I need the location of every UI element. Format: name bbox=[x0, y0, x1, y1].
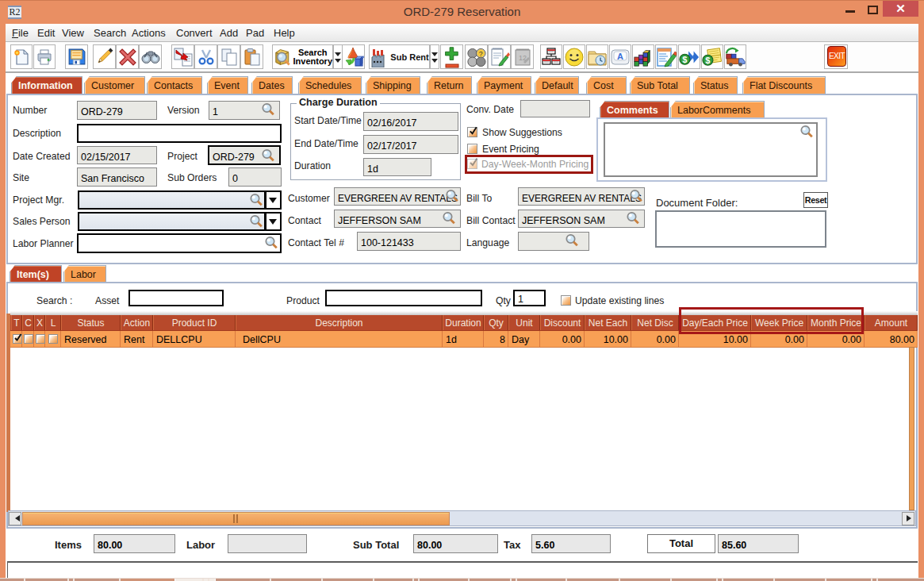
svg-text:$: $ bbox=[705, 55, 711, 64]
svg-text:$: $ bbox=[682, 54, 688, 63]
svg-text:A: A bbox=[617, 52, 623, 61]
svg-text:?: ? bbox=[479, 50, 483, 58]
